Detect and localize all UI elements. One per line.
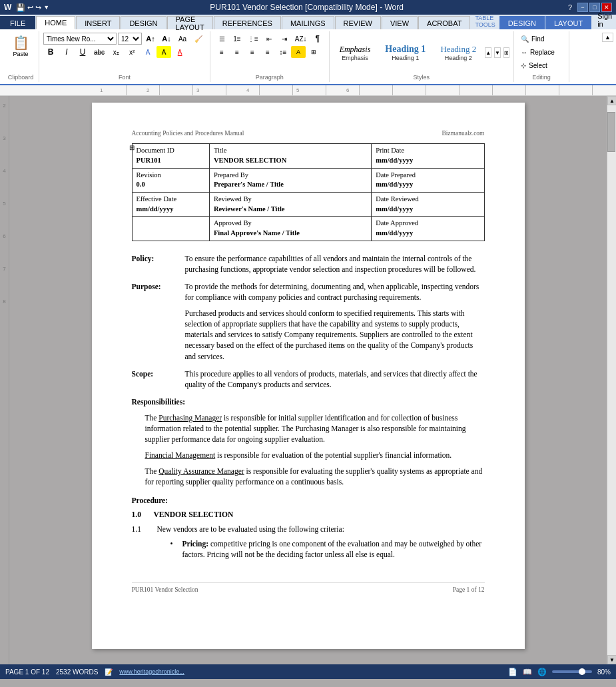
scroll-track[interactable]: [607, 105, 616, 655]
empty-cell: [132, 217, 209, 241]
multilevel-btn[interactable]: ⋮≡: [245, 33, 261, 45]
page-layout-tab[interactable]: PAGE LAYOUT: [167, 16, 213, 29]
scroll-thumb[interactable]: [607, 112, 615, 152]
italic-btn[interactable]: I: [59, 46, 74, 58]
bold-btn[interactable]: B: [43, 46, 58, 58]
acrobat-tab[interactable]: ACROBAT: [418, 16, 470, 29]
subscript-btn[interactable]: x₂: [109, 46, 123, 58]
sign-in[interactable]: Sign in: [592, 11, 616, 29]
strikethrough-btn[interactable]: abc: [91, 46, 107, 58]
superscript-btn[interactable]: x²: [125, 46, 139, 58]
paste-button[interactable]: 📋 Paste: [7, 33, 35, 67]
zoom-thumb[interactable]: [579, 668, 585, 675]
align-center-btn[interactable]: ≡: [230, 46, 244, 58]
review-tab[interactable]: REVIEW: [335, 16, 381, 29]
increase-indent-btn[interactable]: ⇥: [277, 33, 292, 45]
table-design-tab[interactable]: DESIGN: [499, 16, 545, 29]
style-emphasis[interactable]: Emphasis Emphasis: [334, 43, 377, 63]
design-tab[interactable]: DESIGN: [121, 16, 166, 29]
bullet-list: • Pricing: competitive pricing is one co…: [170, 538, 485, 560]
styles-scroll-down[interactable]: ▼: [494, 47, 501, 58]
select-label: Select: [529, 62, 547, 69]
styles-scroll-up[interactable]: ▲: [485, 47, 491, 58]
qat-dropdown[interactable]: ▼: [43, 4, 49, 11]
references-tab[interactable]: REFERENCES: [214, 16, 281, 29]
table-layout-tab[interactable]: LAYOUT: [545, 16, 591, 29]
status-right: 📄 📖 🌐 80%: [508, 668, 611, 676]
emphasis-preview: Emphasis: [340, 45, 371, 55]
help-btn[interactable]: ?: [564, 1, 576, 13]
collapse-ribbon-btn[interactable]: ▲: [602, 33, 613, 42]
find-btn[interactable]: 🔍 Find: [518, 33, 565, 45]
table-add-icon[interactable]: ⊞: [129, 143, 135, 153]
file-tab[interactable]: FILE: [0, 16, 35, 29]
paste-icon: 📋: [13, 35, 29, 51]
paragraph-group: ☰ 1≡ ⋮≡ ⇤ ⇥ AZ↓ ¶ ≡ ≡ ≡ ≡ ↕≡ A ⊞ Paragra…: [210, 31, 330, 82]
status-link[interactable]: www.heritagechronicle...: [119, 668, 184, 675]
view-read-btn[interactable]: 📖: [523, 668, 532, 676]
mailings-tab[interactable]: MAILINGS: [282, 16, 334, 29]
replace-btn[interactable]: ↔ Replace: [518, 46, 565, 58]
grow-font-btn[interactable]: A↑: [143, 33, 158, 45]
underline-btn[interactable]: U: [75, 46, 90, 58]
margin-num-8: 8: [3, 299, 5, 305]
date-prepared-value: mm/dd/yyyy: [376, 180, 479, 190]
line-spacing-btn[interactable]: ↕≡: [276, 46, 290, 58]
window-title: PUR101 Vendor Selection [Compatibility M…: [49, 3, 564, 12]
emphasis-label: Emphasis: [342, 55, 368, 61]
select-btn[interactable]: ⊹ Select: [518, 59, 565, 71]
scroll-up-btn[interactable]: ▲: [607, 96, 616, 105]
paragraph-label: Paragraph: [214, 73, 325, 81]
minimize-btn[interactable]: −: [577, 3, 588, 12]
margin-num-2: 2: [3, 103, 5, 109]
find-label: Find: [531, 35, 544, 43]
doc-id-cell: Document ID PUR101: [132, 144, 209, 168]
replace-label: Replace: [530, 49, 555, 56]
resp-text-1: The Purchasing Manager is responsible fo…: [145, 412, 485, 444]
save-btn[interactable]: 💾: [16, 3, 25, 12]
shading-btn[interactable]: A: [291, 46, 306, 58]
show-marks-btn[interactable]: ¶: [310, 33, 325, 45]
align-left-btn[interactable]: ≡: [214, 46, 229, 58]
clear-format-btn[interactable]: 🧹: [191, 33, 206, 45]
highlight-btn[interactable]: A: [156, 46, 171, 58]
align-right-btn[interactable]: ≡: [245, 46, 260, 58]
decrease-indent-btn[interactable]: ⇤: [262, 33, 276, 45]
font-name-select[interactable]: Times New Ro...: [43, 33, 117, 45]
shrink-font-btn[interactable]: A↓: [159, 33, 174, 45]
approved-by-cell: Approved By Final Approve's Name / Title: [209, 217, 371, 241]
view-print-btn[interactable]: 📄: [508, 668, 517, 676]
reviewed-by-label: Reviewed By: [214, 195, 367, 205]
view-web-btn[interactable]: 🌐: [537, 668, 547, 676]
styles-expand[interactable]: ⊞: [503, 47, 509, 58]
prepared-by-value: Preparer's Name / Title: [214, 180, 367, 190]
resp-item-2: Financial Management is responsible for …: [145, 450, 485, 460]
sort-btn[interactable]: AZ↓: [292, 33, 310, 45]
borders-btn[interactable]: ⊞: [306, 46, 321, 58]
redo-btn[interactable]: ↪: [35, 3, 41, 12]
revision-label: Revision: [137, 171, 205, 181]
sub-num: 1.1: [132, 524, 152, 562]
procedure-section: Procedure: 1.0 VENDOR SELECTION 1.1 New …: [132, 495, 485, 562]
font-size-select[interactable]: 12: [118, 33, 142, 45]
zoom-slider[interactable]: [552, 670, 592, 673]
scroll-down-btn[interactable]: ▼: [607, 655, 616, 664]
right-scrollbar[interactable]: ▲ ▼: [607, 96, 616, 664]
heading1-preview: Heading 1: [385, 44, 426, 55]
case-btn[interactable]: Aa: [175, 33, 190, 45]
style-heading1[interactable]: Heading 1 Heading 1: [379, 42, 432, 63]
undo-btn[interactable]: ↩: [27, 3, 33, 12]
home-tab[interactable]: HOME: [36, 16, 75, 29]
paste-label: Paste: [13, 51, 28, 57]
numbering-btn[interactable]: 1≡: [230, 33, 244, 45]
style-heading2[interactable]: Heading 2 Heading 2: [434, 42, 482, 63]
bullets-btn[interactable]: ☰: [214, 33, 229, 45]
scroll-area[interactable]: Accounting Policies and Procedures Manua…: [9, 96, 607, 664]
view-tab[interactable]: VIEW: [382, 16, 418, 29]
insert-tab[interactable]: INSERT: [76, 16, 120, 29]
prepared-by-cell: Prepared By Preparer's Name / Title: [209, 168, 371, 192]
vs-title: VENDOR SELECTION: [154, 509, 234, 520]
justify-btn[interactable]: ≡: [260, 46, 275, 58]
font-color-btn[interactable]: A: [172, 46, 187, 58]
text-effects-btn[interactable]: A: [141, 46, 155, 58]
